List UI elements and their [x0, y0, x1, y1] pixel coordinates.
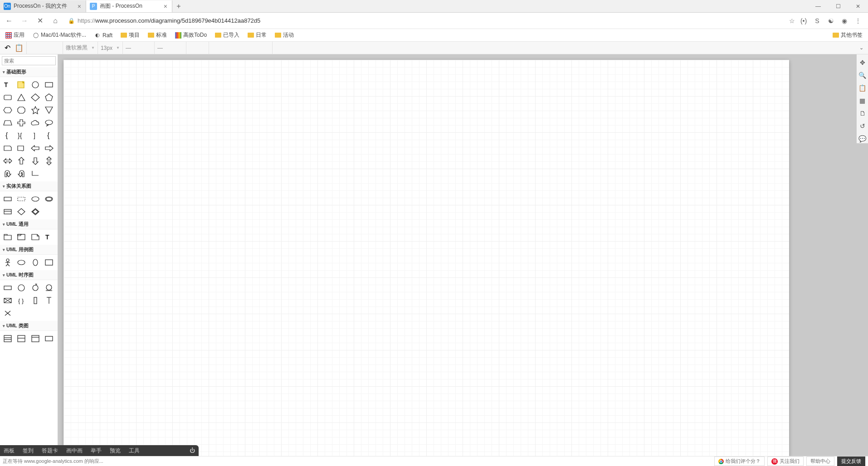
- shape-brace-right[interactable]: {: [43, 130, 55, 141]
- category-uml-usecase[interactable]: UML 用例图: [0, 245, 58, 255]
- shape-circle[interactable]: [29, 79, 41, 91]
- shape-package[interactable]: [2, 231, 14, 243]
- bottombar-quiz[interactable]: 答题卡: [42, 447, 58, 455]
- shape-braces[interactable]: { }: [15, 295, 27, 306]
- bottombar-pip[interactable]: 画中画: [66, 447, 83, 455]
- bottombar-checkin[interactable]: 签到: [23, 447, 34, 455]
- shape-entity-titled[interactable]: [2, 206, 14, 218]
- shape-alt[interactable]: [2, 295, 14, 306]
- category-basic[interactable]: 基础图形: [0, 67, 58, 77]
- page-icon[interactable]: 🗋: [858, 109, 867, 118]
- shape-destroy[interactable]: [2, 307, 14, 319]
- shape-activation[interactable]: [29, 295, 41, 306]
- shape-teardrop[interactable]: [15, 142, 27, 154]
- shape-constraint[interactable]: [43, 295, 55, 306]
- rate-us-button[interactable]: 给我们评个分？: [714, 456, 765, 466]
- shape-search-input[interactable]: [2, 56, 56, 65]
- shape-weak-relationship[interactable]: [29, 206, 41, 218]
- canvas-viewport[interactable]: [58, 54, 868, 456]
- shape-class-single[interactable]: [43, 333, 55, 345]
- bookmark-item[interactable]: 高效ToDo: [173, 30, 209, 40]
- clipboard-icon[interactable]: 📋: [858, 83, 867, 92]
- undo-button[interactable]: ↶: [3, 44, 12, 53]
- extension-icon[interactable]: ☯: [826, 16, 835, 25]
- profile-icon[interactable]: ◉: [840, 16, 849, 25]
- zoom-icon[interactable]: 🔍: [858, 71, 867, 80]
- shape-weak-entity[interactable]: [15, 193, 27, 205]
- comment-icon[interactable]: 💬: [858, 134, 867, 143]
- shape-control[interactable]: [29, 282, 41, 294]
- extension-icon[interactable]: (•): [799, 16, 808, 25]
- back-button[interactable]: ←: [3, 15, 15, 27]
- tab-close-icon[interactable]: ×: [77, 3, 82, 10]
- shape-arrow-down[interactable]: [29, 155, 41, 167]
- metrics-icon[interactable]: ▦: [858, 96, 867, 105]
- navigator-icon[interactable]: ✥: [858, 58, 867, 67]
- other-bookmarks[interactable]: 其他书签: [831, 30, 864, 40]
- minimize-button[interactable]: —: [808, 0, 828, 13]
- shape-hexagon[interactable]: [2, 104, 14, 116]
- collapse-toolbar-icon[interactable]: ⌄: [855, 45, 868, 51]
- shape-trapezoid[interactable]: [2, 117, 14, 129]
- bottombar-tools[interactable]: 工具: [129, 447, 140, 455]
- shape-lifeline-rect[interactable]: [2, 282, 14, 294]
- bookmark-item[interactable]: 项目: [119, 30, 141, 40]
- font-size-select[interactable]: 13px: [101, 45, 112, 51]
- tab-close-icon[interactable]: ×: [163, 3, 168, 10]
- shape-class-simple[interactable]: [15, 333, 27, 345]
- shape-cross[interactable]: [15, 117, 27, 129]
- shape-bracket[interactable]: ]: [29, 130, 41, 141]
- shape-text-uml[interactable]: T: [43, 231, 55, 243]
- shape-uturn-right[interactable]: [15, 168, 27, 180]
- shape-oval-narrow[interactable]: [29, 257, 41, 268]
- bookmark-star-icon[interactable]: ☆: [787, 16, 796, 25]
- extension-icon[interactable]: S: [813, 16, 822, 25]
- category-uml-common[interactable]: UML 通用: [0, 219, 58, 229]
- bookmark-item[interactable]: ◐Raft: [93, 31, 114, 39]
- shape-diamond[interactable]: [29, 92, 41, 103]
- shape-multi-attr[interactable]: [43, 193, 55, 205]
- forward-button[interactable]: →: [18, 15, 31, 27]
- follow-us-button[interactable]: 微关注我们: [767, 456, 804, 466]
- shape-entity-seq[interactable]: [43, 282, 55, 294]
- bookmark-item[interactable]: 活动: [273, 30, 296, 40]
- bottombar-preview[interactable]: 预览: [110, 447, 121, 455]
- shape-corner[interactable]: [29, 168, 41, 180]
- bookmark-item[interactable]: 标准: [146, 30, 169, 40]
- shape-note[interactable]: [15, 79, 27, 91]
- maximize-button[interactable]: ☐: [828, 0, 848, 13]
- shape-octagon[interactable]: [15, 104, 27, 116]
- stop-reload-button[interactable]: ✕: [34, 15, 46, 27]
- shape-boundary[interactable]: [43, 257, 55, 268]
- shape-brace-pair[interactable]: }{: [15, 130, 27, 141]
- browser-tab-2[interactable]: P 画图 - ProcessOn ×: [86, 0, 172, 12]
- menu-icon[interactable]: ⋮: [853, 16, 863, 25]
- font-family-select[interactable]: 微软雅黑: [66, 44, 88, 52]
- shape-arrow-up[interactable]: [15, 155, 27, 167]
- shape-rounded-rect[interactable]: [2, 92, 14, 103]
- shape-star[interactable]: [29, 104, 41, 116]
- new-tab-button[interactable]: +: [172, 2, 185, 10]
- shape-attribute[interactable]: [29, 193, 41, 205]
- history-icon[interactable]: ↺: [858, 121, 867, 131]
- shape-usecase[interactable]: [15, 257, 27, 268]
- shape-card[interactable]: [2, 142, 14, 154]
- browser-tab-1[interactable]: On ProcessOn - 我的文件 ×: [0, 0, 86, 12]
- shape-cloud[interactable]: [29, 117, 41, 129]
- bookmark-item[interactable]: 已导入: [213, 30, 241, 40]
- shape-frame[interactable]: [15, 231, 27, 243]
- shape-note-uml[interactable]: [29, 231, 41, 243]
- shape-arrow-right[interactable]: [43, 142, 55, 154]
- shape-arrow-updown[interactable]: [43, 155, 55, 167]
- shape-triangle[interactable]: [15, 92, 27, 103]
- apps-button[interactable]: 应用: [4, 30, 26, 40]
- category-er[interactable]: 实体关系图: [0, 181, 58, 191]
- bookmark-item[interactable]: ◯Mac/01-Mac软件...: [31, 30, 88, 40]
- bottombar-canvas[interactable]: 画板: [4, 447, 15, 455]
- feedback-button[interactable]: 提交反馈: [837, 456, 865, 466]
- close-window-button[interactable]: ✕: [848, 0, 868, 13]
- bottombar-raisehand[interactable]: 举手: [91, 447, 102, 455]
- shape-actor[interactable]: [2, 257, 14, 268]
- shape-arrow-left[interactable]: [29, 142, 41, 154]
- category-uml-class[interactable]: UML 类图: [0, 321, 58, 331]
